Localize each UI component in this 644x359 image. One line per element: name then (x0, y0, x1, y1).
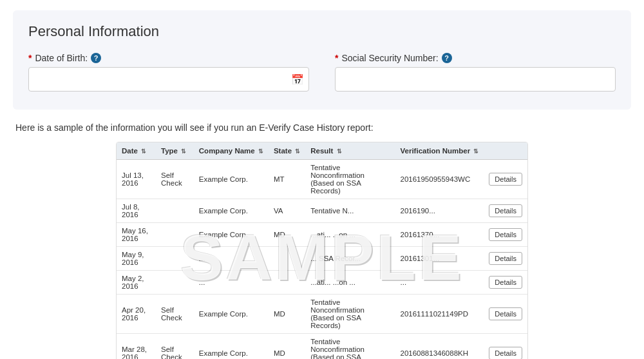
sort-state-icon: ⇅ (295, 148, 300, 155)
details-button-4[interactable]: Details (489, 276, 522, 289)
cell-6-0: Mar 28, 2016 (117, 334, 156, 360)
cell-6-2: Example Corp. (194, 334, 269, 360)
sort-date-icon: ⇅ (141, 148, 146, 155)
sort-company-icon: ⇅ (258, 148, 263, 155)
sort-verification-icon: ⇅ (473, 148, 478, 155)
cell-5-5: 20161111021149PD (395, 295, 484, 334)
cell-action-4: Details (484, 271, 527, 295)
dob-label: * Date of Birth: ? (28, 53, 309, 63)
form-row: * Date of Birth: ? 📅 * Social Security N… (28, 53, 616, 92)
sample-description: Here is a sample of the information you … (15, 122, 629, 133)
cell-5-3: MD (269, 295, 305, 334)
cell-3-4: ... SSA Recor... (305, 247, 395, 271)
cell-0-3: MT (269, 160, 305, 199)
cell-1-4: Tentative N... (305, 199, 395, 223)
cell-action-3: Details (484, 247, 527, 271)
table-row: Apr 20, 2016Self CheckExample Corp.MDTen… (117, 295, 527, 334)
cell-6-1: Self Check (156, 334, 194, 360)
ssn-label-text: Social Security Number: (341, 53, 438, 63)
cell-3-5: 20161301... (395, 247, 484, 271)
details-button-1[interactable]: Details (489, 204, 522, 217)
dob-label-text: Date of Birth: (35, 53, 88, 63)
cell-0-4: Tentative Nonconfirmation (Based on SSA … (305, 160, 395, 199)
table-row: May 9, 2016...... SSA Recor...20161301..… (117, 247, 527, 271)
cell-2-5: 20161370... (395, 223, 484, 247)
details-button-3[interactable]: Details (489, 252, 522, 265)
cell-1-2: Example Corp. (194, 199, 269, 223)
col-type: Type ⇅ (156, 142, 194, 160)
dob-group: * Date of Birth: ? 📅 (28, 53, 309, 92)
cell-0-5: 20161950955943WC (395, 160, 484, 199)
table-row: Jul 8, 2016Example Corp.VATentative N...… (117, 199, 527, 223)
cell-6-5: 20160881346088KH (395, 334, 484, 360)
cell-action-6: Details (484, 334, 527, 360)
details-button-5[interactable]: Details (489, 307, 522, 320)
table-row: Mar 28, 2016Self CheckExample Corp.MDTen… (117, 334, 527, 360)
cell-4-4: ...ati... ...on ... (305, 271, 395, 295)
cell-2-4: ...ati... ...on ... (305, 223, 395, 247)
cell-2-2: Example Corp. (194, 223, 269, 247)
cell-3-2: ... (194, 247, 269, 271)
cell-6-3: MD (269, 334, 305, 360)
cell-2-3: MD (269, 223, 305, 247)
cell-1-1 (156, 199, 194, 223)
col-date: Date ⇅ (117, 142, 156, 160)
dob-input-container: 📅 (28, 67, 309, 92)
ssn-help-icon[interactable]: ? (442, 53, 452, 63)
cell-5-1: Self Check (156, 295, 194, 334)
details-button-6[interactable]: Details (489, 347, 522, 359)
cell-1-5: 2016190... (395, 199, 484, 223)
sort-result-icon: ⇅ (337, 148, 342, 155)
dob-required-star: * (28, 53, 32, 63)
cell-5-2: Example Corp. (194, 295, 269, 334)
cell-4-1 (156, 271, 194, 295)
cell-3-0: May 9, 2016 (117, 247, 156, 271)
col-result: Result ⇅ (305, 142, 395, 160)
ssn-input[interactable] (335, 67, 616, 92)
table-row: Jul 13, 2016Self CheckExample Corp.MTTen… (117, 160, 527, 199)
calendar-icon[interactable]: 📅 (291, 73, 304, 86)
col-action (484, 142, 527, 160)
cell-0-2: Example Corp. (194, 160, 269, 199)
cell-0-1: Self Check (156, 160, 194, 199)
cell-0-0: Jul 13, 2016 (117, 160, 156, 199)
details-button-0[interactable]: Details (489, 173, 522, 186)
ssn-group: * Social Security Number: ? (335, 53, 616, 92)
col-verification: Verification Number ⇅ (395, 142, 484, 160)
table-row: May 2, 2016......ati... ...on ......Deta… (117, 271, 527, 295)
cell-action-2: Details (484, 223, 527, 247)
col-state: State ⇅ (269, 142, 305, 160)
personal-info-section: Personal Information * Date of Birth: ? … (13, 10, 631, 110)
cell-4-2: ... (194, 271, 269, 295)
cell-action-5: Details (484, 295, 527, 334)
details-button-2[interactable]: Details (489, 228, 522, 241)
sample-table: Date ⇅ Type ⇅ Company Name ⇅ State ⇅ Res… (117, 142, 527, 359)
cell-6-4: Tentative Nonconfirmation (Based on SSA … (305, 334, 395, 360)
ssn-required-star: * (335, 53, 338, 63)
cell-2-1 (156, 223, 194, 247)
table-row: May 16, 2016Example Corp.MD...ati... ...… (117, 223, 527, 247)
dob-help-icon[interactable]: ? (91, 53, 101, 63)
cell-action-0: Details (484, 160, 527, 199)
col-company: Company Name ⇅ (194, 142, 269, 160)
cell-3-1 (156, 247, 194, 271)
cell-5-4: Tentative Nonconfirmation (Based on SSA … (305, 295, 395, 334)
cell-4-5: ... (395, 271, 484, 295)
table-header-row: Date ⇅ Type ⇅ Company Name ⇅ State ⇅ Res… (117, 142, 527, 160)
section-title: Personal Information (28, 23, 616, 40)
sample-table-wrapper: SAMPLE Date ⇅ Type ⇅ Company Name ⇅ Stat… (116, 142, 528, 359)
sort-type-icon: ⇅ (181, 148, 186, 155)
cell-4-0: May 2, 2016 (117, 271, 156, 295)
cell-3-3 (269, 247, 305, 271)
cell-1-0: Jul 8, 2016 (117, 199, 156, 223)
dob-input[interactable] (28, 67, 309, 92)
cell-action-1: Details (484, 199, 527, 223)
cell-2-0: May 16, 2016 (117, 223, 156, 247)
ssn-label: * Social Security Number: ? (335, 53, 616, 63)
sample-section: Here is a sample of the information you … (13, 122, 631, 359)
cell-5-0: Apr 20, 2016 (117, 295, 156, 334)
cell-1-3: VA (269, 199, 305, 223)
cell-4-3 (269, 271, 305, 295)
